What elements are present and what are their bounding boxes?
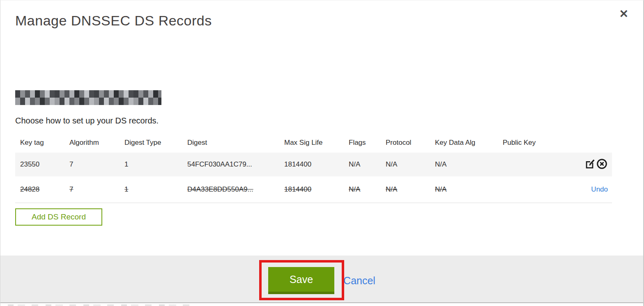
col-header-key-data-alg: Key Data Alg: [430, 133, 498, 153]
col-header-actions: [570, 133, 612, 153]
col-header-public-key: Public Key: [498, 133, 570, 153]
modal-footer: Save Cancel: [0, 256, 643, 303]
manage-dnssec-modal: ✕ Manage DNSSEC DS Records Choose how to…: [0, 0, 644, 306]
cell-protocol: N/A: [381, 153, 430, 176]
table-row-deleted: 24828 7 1 D4A33E8DD550A9... 1814400 N/A …: [15, 176, 612, 203]
cell-digest-type: 1: [120, 153, 182, 176]
page-title: Manage DNSSEC DS Records: [15, 13, 643, 29]
add-ds-record-button[interactable]: Add DS Record: [15, 208, 102, 226]
footer-actions-group: Save Cancel: [268, 267, 375, 294]
cell-digest: D4A33E8DD550A9...: [182, 176, 279, 203]
col-header-key-tag: Key tag: [15, 133, 64, 153]
col-header-digest-type: Digest Type: [120, 133, 182, 153]
row-actions: [570, 153, 612, 176]
cell-digest: 54FCF030AA1C79...: [182, 153, 279, 176]
table-header-row: Key tag Algorithm Digest Type Digest Max…: [15, 133, 612, 153]
cell-digest-type: 1: [120, 176, 182, 203]
cell-max-sig-life: 1814400: [279, 153, 344, 176]
col-header-protocol: Protocol: [381, 133, 430, 153]
background-content-strip: [8, 304, 197, 306]
col-header-algorithm: Algorithm: [64, 133, 120, 153]
cell-protocol: N/A: [381, 176, 430, 203]
cell-key-tag: 23550: [15, 153, 64, 176]
undo-link[interactable]: Undo: [591, 185, 608, 193]
instruction-text: Choose how to set up your DS records.: [15, 116, 643, 126]
cell-public-key: [498, 176, 570, 203]
edit-record-button[interactable]: [584, 159, 596, 171]
edit-pencil-icon: [585, 164, 596, 171]
cell-algorithm: 7: [64, 176, 120, 203]
cell-key-data-alg: N/A: [430, 176, 498, 203]
col-header-digest: Digest: [182, 133, 279, 153]
cell-key-tag: 24828: [15, 176, 64, 203]
cell-flags: N/A: [344, 176, 381, 203]
table-row: 23550 7 1 54FCF030AA1C79... 1814400 N/A …: [15, 153, 612, 176]
cell-max-sig-life: 1814400: [279, 176, 344, 203]
col-header-max-sig-life: Max Sig Life: [279, 133, 344, 153]
circle-x-icon: [596, 164, 607, 171]
ds-records-table: Key tag Algorithm Digest Type Digest Max…: [15, 133, 612, 203]
close-icon[interactable]: ✕: [619, 9, 628, 20]
row-actions: Undo: [570, 176, 612, 203]
cell-flags: N/A: [344, 153, 381, 176]
redacted-domain-name: [15, 90, 161, 105]
delete-record-button[interactable]: [596, 158, 608, 171]
cell-algorithm: 7: [64, 153, 120, 176]
cancel-link[interactable]: Cancel: [343, 275, 375, 287]
save-button[interactable]: Save: [268, 267, 334, 294]
col-header-flags: Flags: [344, 133, 381, 153]
cell-key-data-alg: N/A: [430, 153, 498, 176]
cell-public-key: [498, 153, 570, 176]
